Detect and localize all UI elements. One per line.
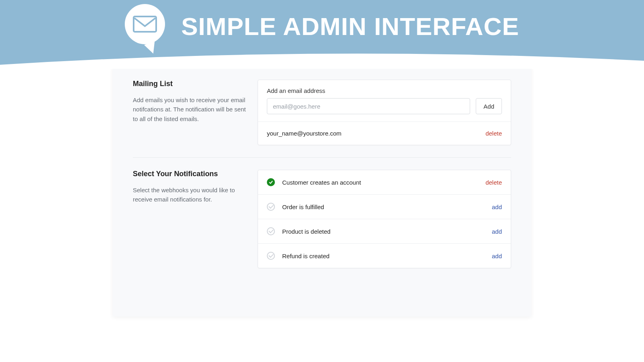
notifications-desc: Select the webhooks you would like to re… bbox=[133, 185, 250, 204]
app-logo bbox=[125, 4, 169, 48]
check-unselected-icon bbox=[267, 227, 275, 235]
section-divider bbox=[133, 157, 511, 158]
notification-row: Product is deleted add bbox=[258, 219, 511, 243]
notification-label: Order is fulfilled bbox=[282, 204, 324, 210]
wave-divider bbox=[0, 53, 644, 69]
notification-row: Refund is created add bbox=[258, 243, 511, 268]
mailing-entry-row: your_name@yourstore.com delete bbox=[258, 121, 511, 145]
check-unselected-icon bbox=[267, 203, 275, 211]
email-field-label: Add an email address bbox=[267, 87, 502, 94]
hero-title: SIMPLE ADMIN INTERFACE bbox=[181, 12, 519, 41]
notification-label: Product is deleted bbox=[282, 228, 330, 235]
section-mailing-list: Mailing List Add emails you wish to rece… bbox=[113, 80, 531, 145]
envelope-icon bbox=[133, 16, 157, 33]
notification-delete-link[interactable]: delete bbox=[485, 179, 502, 186]
notification-label: Refund is created bbox=[282, 253, 330, 259]
svg-rect-0 bbox=[134, 16, 156, 32]
notification-add-link[interactable]: add bbox=[492, 228, 502, 235]
section-notifications: Select Your Notifications Select the web… bbox=[113, 170, 531, 268]
mailing-entry-email: your_name@yourstore.com bbox=[267, 130, 341, 137]
check-selected-icon bbox=[267, 178, 275, 186]
admin-panel: Mailing List Add emails you wish to rece… bbox=[113, 68, 531, 317]
notifications-title: Select Your Notifications bbox=[133, 170, 250, 178]
email-input[interactable] bbox=[267, 98, 470, 114]
mailing-entry-delete-link[interactable]: delete bbox=[485, 130, 502, 137]
notification-row: Customer creates an account delete bbox=[258, 170, 511, 194]
mailing-card: Add an email address Add your_name@yours… bbox=[258, 80, 511, 145]
notifications-card: Customer creates an account delete Order… bbox=[258, 170, 511, 268]
check-unselected-icon bbox=[267, 252, 275, 260]
hero-banner: SIMPLE ADMIN INTERFACE bbox=[0, 0, 644, 68]
mailing-desc: Add emails you wish to receive your emai… bbox=[133, 95, 250, 123]
notification-label: Customer creates an account bbox=[282, 179, 361, 186]
notification-add-link[interactable]: add bbox=[492, 253, 502, 259]
notification-row: Order is fulfilled add bbox=[258, 194, 511, 219]
add-email-button[interactable]: Add bbox=[476, 98, 502, 114]
notification-add-link[interactable]: add bbox=[492, 204, 502, 210]
mailing-title: Mailing List bbox=[133, 80, 250, 88]
